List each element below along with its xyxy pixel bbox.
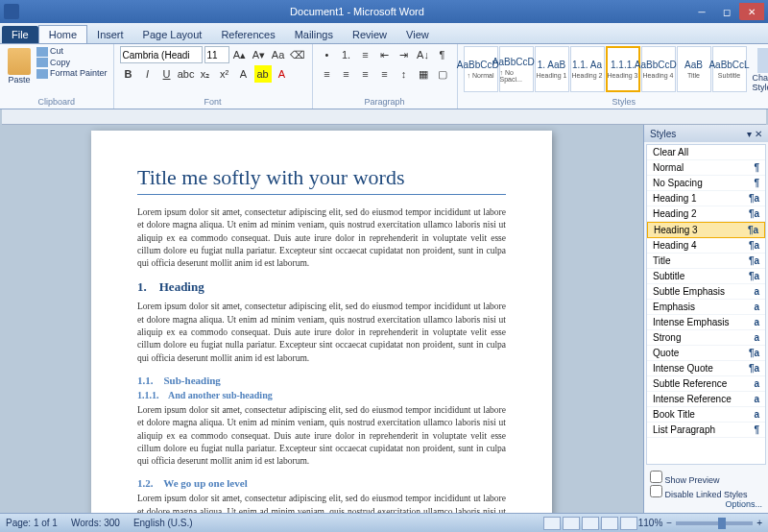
styles-options-link[interactable]: Options...: [650, 499, 762, 509]
font-family-combo[interactable]: [120, 46, 203, 63]
style-list-item[interactable]: Heading 4¶a: [647, 238, 765, 254]
underline-button[interactable]: U: [158, 65, 176, 83]
clear-formatting-button[interactable]: ⌫: [289, 46, 306, 63]
borders-button[interactable]: ▢: [434, 65, 451, 83]
multilevel-button[interactable]: ≡: [357, 46, 374, 63]
style-list-item[interactable]: No Spacing¶: [647, 176, 765, 191]
shading-button[interactable]: ▦: [415, 65, 432, 83]
text-effects-button[interactable]: A: [235, 65, 252, 83]
show-preview-checkbox[interactable]: Show Preview: [650, 471, 762, 485]
doc-paragraph[interactable]: Lorem ipsum dolor sit amet, consectetur …: [137, 493, 506, 513]
close-button[interactable]: ✕: [739, 3, 764, 20]
strikethrough-button[interactable]: abc: [178, 65, 195, 83]
style-list-item[interactable]: Normal¶: [647, 160, 765, 176]
styles-gallery[interactable]: AaBbCcDd↑ NormalAaBbCcDd↑ No Spaci...1. …: [464, 46, 747, 92]
style-list-item[interactable]: List Paragraph¶: [647, 423, 765, 438]
style-list-item[interactable]: Heading 3¶a: [647, 222, 765, 238]
style-list-item[interactable]: Stronga: [647, 330, 765, 346]
maximize-button[interactable]: ◻: [714, 3, 739, 20]
tab-file[interactable]: File: [2, 26, 38, 43]
italic-button[interactable]: I: [139, 65, 156, 83]
zoom-in[interactable]: +: [756, 518, 762, 528]
align-right-button[interactable]: ≡: [357, 65, 374, 83]
style-gallery-item[interactable]: AaBbCcDd↑ No Spaci...: [499, 46, 534, 92]
styles-pane-close[interactable]: ▾ ✕: [747, 129, 762, 139]
doc-paragraph[interactable]: Lorem ipsum dolor sit amet, consectetur …: [137, 206, 506, 270]
view-print-layout[interactable]: [543, 517, 561, 530]
tab-review[interactable]: Review: [343, 26, 396, 43]
doc-heading-1[interactable]: 1. Heading: [137, 279, 506, 295]
minimize-button[interactable]: ─: [689, 3, 714, 20]
document-area[interactable]: Title me softly with your words Lorem ip…: [0, 125, 643, 513]
format-painter-button[interactable]: Format Painter: [36, 68, 108, 79]
tab-home[interactable]: Home: [38, 25, 87, 43]
change-styles-button[interactable]: Change Styles: [751, 46, 768, 94]
disable-linked-checkbox[interactable]: Disable Linked Styles: [650, 485, 762, 499]
zoom-slider[interactable]: [676, 521, 753, 525]
tab-page-layout[interactable]: Page Layout: [133, 26, 212, 43]
page[interactable]: Title me softly with your words Lorem ip…: [91, 131, 552, 513]
view-draft[interactable]: [620, 517, 637, 530]
view-outline[interactable]: [601, 517, 618, 530]
zoom-level[interactable]: 110%: [638, 518, 663, 528]
sort-button[interactable]: A↓: [415, 46, 432, 63]
copy-button[interactable]: Copy: [36, 58, 108, 68]
font-size-combo[interactable]: [204, 46, 229, 63]
view-web-layout[interactable]: [582, 517, 599, 530]
styles-list[interactable]: Clear All Normal¶No Spacing¶Heading 1¶aH…: [646, 144, 766, 465]
decrease-indent-button[interactable]: ⇤: [376, 46, 394, 63]
style-gallery-item[interactable]: AaBbCcLSubtitle: [712, 46, 747, 92]
tab-mailings[interactable]: Mailings: [285, 26, 343, 43]
style-gallery-item[interactable]: 1.1. AaHeading 2: [570, 46, 605, 92]
font-color-button[interactable]: A: [274, 65, 291, 83]
style-list-item[interactable]: Emphasisa: [647, 300, 765, 315]
style-list-item[interactable]: Intense Quote¶a: [647, 361, 765, 376]
tab-view[interactable]: View: [396, 26, 439, 43]
change-case-button[interactable]: Aa: [270, 46, 287, 63]
horizontal-ruler[interactable]: [2, 109, 766, 125]
style-gallery-item[interactable]: AaBTitle: [677, 46, 711, 92]
status-page[interactable]: Page: 1 of 1: [6, 518, 58, 528]
style-list-item[interactable]: Quote¶a: [647, 346, 765, 361]
grow-font-button[interactable]: A▴: [231, 46, 249, 63]
bullets-button[interactable]: •: [319, 46, 336, 63]
doc-heading-2[interactable]: 1.2. We go up one level: [137, 477, 506, 489]
superscript-button[interactable]: x²: [216, 65, 233, 83]
tab-references[interactable]: References: [211, 26, 284, 43]
style-list-item[interactable]: Title¶a: [647, 254, 765, 269]
doc-heading-2[interactable]: 1.1. Sub-heading: [137, 375, 506, 386]
style-list-item[interactable]: Book Titlea: [647, 407, 765, 423]
status-words[interactable]: Words: 300: [71, 518, 120, 528]
line-spacing-button[interactable]: ↕: [396, 65, 413, 83]
style-gallery-item[interactable]: AaBbCcDd↑ Normal: [464, 46, 498, 92]
paste-button[interactable]: Paste: [6, 46, 33, 86]
style-list-item[interactable]: Subtitle¶a: [647, 269, 765, 284]
subscript-button[interactable]: x₂: [197, 65, 214, 83]
style-gallery-item[interactable]: 1. AaBHeading 1: [535, 46, 569, 92]
increase-indent-button[interactable]: ⇥: [396, 46, 413, 63]
doc-title[interactable]: Title me softly with your words: [137, 165, 506, 195]
bold-button[interactable]: B: [120, 65, 137, 83]
align-center-button[interactable]: ≡: [338, 65, 355, 83]
shrink-font-button[interactable]: A▾: [251, 46, 268, 63]
style-list-item[interactable]: Heading 1¶a: [647, 191, 765, 206]
doc-paragraph[interactable]: Lorem ipsum dolor sit amet, consectetur …: [137, 404, 506, 468]
style-list-item[interactable]: Intense Referencea: [647, 392, 765, 407]
style-gallery-item[interactable]: AaBbCcDdHeading 4: [641, 46, 676, 92]
highlight-button[interactable]: ab: [254, 65, 272, 83]
style-list-item[interactable]: Subtle Referencea: [647, 376, 765, 392]
tab-insert[interactable]: Insert: [87, 26, 133, 43]
style-list-item[interactable]: Heading 2¶a: [647, 206, 765, 222]
style-list-item[interactable]: Intense Emphasisa: [647, 315, 765, 330]
zoom-out[interactable]: −: [666, 518, 672, 528]
justify-button[interactable]: ≡: [376, 65, 394, 83]
status-language[interactable]: English (U.S.): [133, 518, 193, 528]
doc-paragraph[interactable]: Lorem ipsum dolor sit amet, consectetur …: [137, 301, 506, 364]
doc-heading-3[interactable]: 1.1.1. And another sub-heading: [137, 390, 506, 400]
style-list-item[interactable]: Subtle Emphasisa: [647, 284, 765, 300]
cut-button[interactable]: Cut: [36, 46, 108, 57]
style-clear-all[interactable]: Clear All: [647, 145, 765, 160]
view-full-screen[interactable]: [563, 517, 580, 530]
show-marks-button[interactable]: ¶: [434, 46, 451, 63]
numbering-button[interactable]: 1.: [338, 46, 355, 63]
